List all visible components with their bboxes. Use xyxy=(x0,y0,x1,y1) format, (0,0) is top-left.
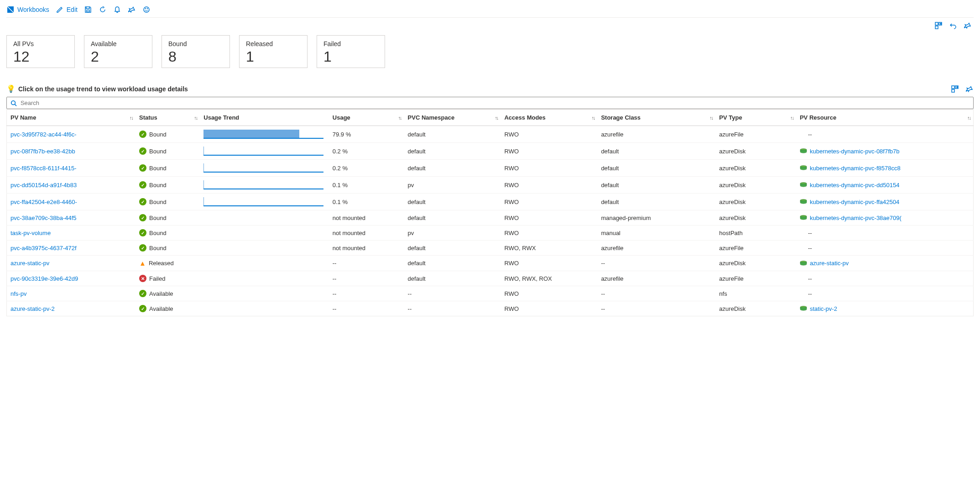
pv-resource-value: -- xyxy=(800,290,812,297)
status-cell: ✓Available xyxy=(139,305,196,312)
disk-icon xyxy=(800,306,807,311)
pv-resource-link[interactable]: kubernetes-dynamic-pvc-f8578cc8 xyxy=(810,165,901,172)
usage-trend-bar[interactable] xyxy=(203,147,323,156)
pv-name-link[interactable]: pvc-90c3319e-39e6-42d9 xyxy=(10,275,78,282)
search-input[interactable] xyxy=(20,99,970,107)
usage-trend-bar[interactable] xyxy=(203,180,323,189)
check-icon: ✓ xyxy=(139,198,146,205)
access-modes-value: RWO xyxy=(500,126,597,143)
svg-point-12 xyxy=(11,100,16,105)
pv-name-link[interactable]: azure-static-pv-2 xyxy=(10,305,55,312)
usage-value: -- xyxy=(329,256,404,271)
check-icon: ✓ xyxy=(139,244,146,252)
pin-section-icon[interactable] xyxy=(964,21,972,30)
warning-icon: ▲ xyxy=(139,259,146,267)
namespace-value: default xyxy=(404,210,501,225)
edit-button[interactable]: Edit xyxy=(56,5,78,14)
pv-name-link[interactable]: pvc-38ae709c-38ba-44f5 xyxy=(10,215,77,221)
col-access-modes[interactable]: Access Modes↑↓ xyxy=(500,110,597,126)
pv-resource-link[interactable]: kubernetes-dynamic-pvc-38ae709( xyxy=(810,215,902,221)
col-usage[interactable]: Usage↑↓ xyxy=(329,110,404,126)
status-cell: ✓Bound xyxy=(139,164,196,172)
status-cell: ✓Bound xyxy=(139,131,196,138)
status-text: Bound xyxy=(149,148,167,155)
search-box[interactable] xyxy=(6,97,974,109)
svg-rect-6 xyxy=(935,26,938,29)
usage-value: not mounted xyxy=(329,225,404,241)
col-status[interactable]: Status↑↓ xyxy=(136,110,200,126)
col-storage-class[interactable]: Storage Class↑↓ xyxy=(597,110,715,126)
col-pv-type[interactable]: PV Type↑↓ xyxy=(715,110,796,126)
pv-type-value: azureFile xyxy=(715,126,796,143)
pv-resource-link[interactable]: kubernetes-dynamic-pvc-ffa42504 xyxy=(810,199,899,205)
storage-class-value: default xyxy=(597,143,715,160)
usage-trend-bar[interactable] xyxy=(203,163,323,173)
section-actions xyxy=(6,18,974,32)
pv-name-link[interactable]: task-pv-volume xyxy=(10,230,51,236)
col-pv-name[interactable]: PV Name↑↓ xyxy=(7,110,136,126)
lightbulb-icon: 💡 xyxy=(6,84,16,93)
status-cell: ✓Bound xyxy=(139,181,196,189)
col-pvc-namespace[interactable]: PVC Namespace↑↓ xyxy=(404,110,501,126)
usage-value: 79.9 % xyxy=(329,126,404,143)
pv-name-link[interactable]: pvc-a4b3975c-4637-472f xyxy=(10,245,77,252)
pv-name-link[interactable]: pvc-08f7fb7b-ee38-42bb xyxy=(10,148,75,155)
access-modes-value: RWO, RWX xyxy=(500,241,597,256)
usage-trend-bar[interactable] xyxy=(203,130,323,139)
pv-type-value: azureDisk xyxy=(715,210,796,225)
summary-tile[interactable]: All PVs12 xyxy=(6,35,75,68)
namespace-value: default xyxy=(404,126,501,143)
workbooks-button[interactable]: Workbooks xyxy=(6,5,49,14)
tile-label: Released xyxy=(246,40,301,47)
refresh-button[interactable] xyxy=(99,5,107,14)
pv-resource-link[interactable]: kubernetes-dynamic-pvc-08f7fb7b xyxy=(810,148,900,155)
namespace-value: pv xyxy=(404,225,501,241)
storage-class-value: azurefile xyxy=(597,241,715,256)
pv-resource-value: -- xyxy=(800,245,812,252)
dashboard-icon[interactable] xyxy=(934,21,943,30)
table-row: pvc-3d95f782-ac44-4f6c-✓Bound79.9 %defau… xyxy=(7,126,974,143)
check-icon: ✓ xyxy=(139,181,146,189)
namespace-value: default xyxy=(404,160,501,177)
tile-value: 8 xyxy=(168,49,223,64)
pv-resource-link[interactable]: azure-static-pv xyxy=(810,260,849,267)
summary-tile[interactable]: Bound8 xyxy=(162,35,230,68)
summary-tile[interactable]: Available2 xyxy=(84,35,152,68)
col-pv-resource[interactable]: PV Resource↑↓ xyxy=(796,110,974,126)
pv-name-link[interactable]: pvc-dd50154d-a91f-4b83 xyxy=(10,182,77,189)
summary-tile[interactable]: Released1 xyxy=(239,35,308,68)
pin-icon xyxy=(128,5,136,14)
namespace-value: default xyxy=(404,271,501,286)
summary-tile[interactable]: Failed1 xyxy=(317,35,385,68)
save-button[interactable] xyxy=(84,5,92,14)
usage-trend-bar[interactable] xyxy=(203,197,323,206)
namespace-value: default xyxy=(404,241,501,256)
pv-name-link[interactable]: pvc-f8578cc8-611f-4415- xyxy=(10,165,77,172)
svg-point-3 xyxy=(147,9,147,9)
status-cell: ✓Bound xyxy=(139,229,196,236)
disk-icon xyxy=(800,261,807,266)
tile-label: Bound xyxy=(168,40,223,47)
storage-class-value: -- xyxy=(597,286,715,301)
tile-value: 1 xyxy=(246,49,301,64)
pin-button[interactable] xyxy=(128,5,136,14)
table-row: pvc-ffa42504-e2e8-4460-✓Bound0.1 %defaul… xyxy=(7,194,974,210)
pv-name-link[interactable]: nfs-pv xyxy=(10,290,26,297)
col-usage-trend[interactable]: Usage Trend xyxy=(200,110,329,126)
storage-class-value: default xyxy=(597,160,715,177)
access-modes-value: RWO xyxy=(500,194,597,210)
usage-value: 0.1 % xyxy=(329,194,404,210)
hint-row: 💡 Click on the usage trend to view workl… xyxy=(6,73,974,97)
pv-name-link[interactable]: pvc-3d95f782-ac44-4f6c- xyxy=(10,131,77,138)
table-row: azure-static-pv-2✓Available----RWO--azur… xyxy=(7,301,974,316)
pv-name-link[interactable]: azure-static-pv xyxy=(10,260,49,267)
pv-name-link[interactable]: pvc-ffa42504-e2e8-4460- xyxy=(10,199,77,205)
pencil-icon xyxy=(56,5,64,14)
undo-icon[interactable] xyxy=(949,21,957,30)
pin-table-icon[interactable] xyxy=(965,85,974,93)
pv-resource-link[interactable]: kubernetes-dynamic-pvc-dd50154 xyxy=(810,182,900,189)
feedback-button[interactable] xyxy=(142,5,151,14)
pv-resource-link[interactable]: static-pv-2 xyxy=(810,305,837,312)
notify-button[interactable] xyxy=(113,5,121,14)
dashboard-icon-2[interactable] xyxy=(951,85,959,93)
